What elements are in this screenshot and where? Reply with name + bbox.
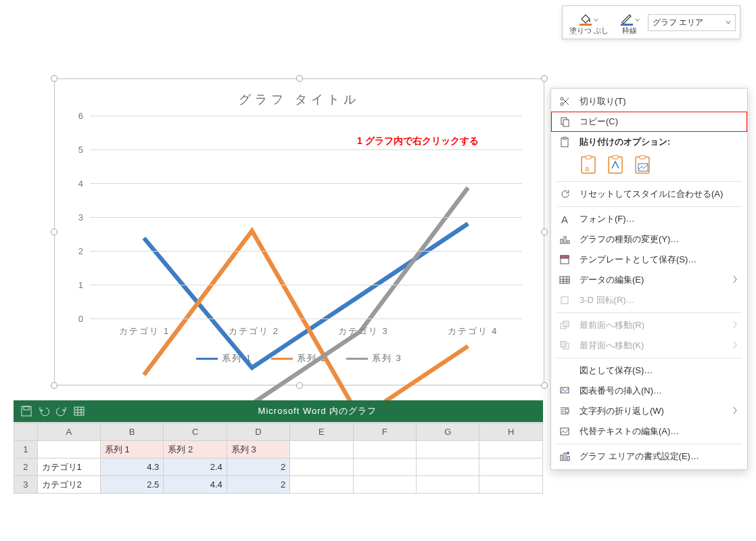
- save-icon[interactable]: [20, 405, 32, 417]
- y-axis-tick: 0: [71, 314, 83, 324]
- svg-rect-18: [561, 256, 569, 258]
- send-back-icon: [557, 340, 573, 351]
- alt-text-icon: [557, 426, 573, 437]
- data-sheet[interactable]: A B C D E F G H 1 系列 1 系列 2 系列 3 2 カテゴリ1…: [14, 422, 543, 494]
- pen-outline-icon: [620, 11, 634, 25]
- y-axis-tick: 5: [71, 145, 83, 155]
- svg-rect-14: [561, 239, 563, 243]
- col-header[interactable]: B: [100, 423, 163, 441]
- scissors-icon: [557, 96, 573, 107]
- table-row[interactable]: 3 カテゴリ2 2.5 4.4 2: [14, 476, 543, 494]
- chart-element-selector[interactable]: グラフ エリア: [648, 14, 736, 31]
- caption-icon: [557, 385, 573, 396]
- copy-icon: [557, 116, 573, 127]
- redo-icon[interactable]: [55, 405, 68, 417]
- table-row[interactable]: 2 カテゴリ1 4.3 2.4 2: [14, 458, 543, 476]
- font-icon: A: [557, 214, 573, 225]
- chart-plot-area[interactable]: 0123456: [71, 116, 527, 319]
- svg-rect-15: [564, 237, 566, 243]
- menu-format-chart-area[interactable]: グラフ エリアの書式設定(E)…: [551, 446, 747, 467]
- mini-format-toolbar: 塗りつ ぶし 枠線 グラフ エリア: [562, 5, 740, 39]
- menu-font[interactable]: A フォント(F)…: [551, 209, 747, 229]
- col-header[interactable]: C: [164, 423, 227, 441]
- svg-rect-35: [74, 407, 84, 415]
- selection-handle[interactable]: [51, 75, 57, 82]
- chart-context-menu: 切り取り(T) コピー(C) 貼り付けのオプション: a リセットしてスタイルに…: [550, 88, 748, 470]
- paste-use-destination-icon[interactable]: [607, 155, 625, 175]
- clipboard-icon: [557, 137, 573, 147]
- svg-point-0: [561, 103, 563, 105]
- selection-handle[interactable]: [541, 229, 548, 235]
- svg-rect-7: [586, 156, 591, 159]
- x-axis-category: カテゴリ 3: [309, 325, 419, 337]
- svg-text:a: a: [585, 164, 590, 172]
- selection-handle[interactable]: [541, 382, 548, 389]
- chart-category-axis: カテゴリ 1カテゴリ 2カテゴリ 3カテゴリ 4: [90, 325, 527, 337]
- menu-bring-to-front: 最前面へ移動(R): [551, 315, 747, 335]
- chart-type-icon: [557, 234, 573, 245]
- selection-handle[interactable]: [296, 75, 303, 82]
- shape-fill-button[interactable]: 塗りつ ぶし: [567, 9, 611, 36]
- svg-rect-34: [24, 406, 29, 410]
- chevron-right-icon: [732, 406, 740, 417]
- menu-reset-style[interactable]: リセットしてスタイルに合わせる(A): [551, 184, 747, 204]
- svg-rect-28: [561, 428, 569, 435]
- svg-rect-9: [609, 157, 622, 173]
- table-icon[interactable]: [73, 405, 85, 417]
- y-axis-tick: 3: [71, 212, 83, 222]
- selection-handle[interactable]: [541, 75, 548, 82]
- y-axis-tick: 4: [71, 179, 83, 189]
- x-axis-category: カテゴリ 2: [199, 325, 309, 337]
- col-header[interactable]: F: [353, 423, 416, 441]
- menu-send-to-back: 最背面へ移動(K): [551, 335, 747, 356]
- selection-handle[interactable]: [51, 382, 57, 389]
- menu-cut[interactable]: 切り取り(T): [551, 91, 747, 112]
- svg-rect-16: [567, 241, 569, 243]
- chevron-right-icon: [732, 321, 740, 331]
- svg-rect-12: [640, 156, 645, 159]
- menu-3d-rotation: 3-D 回転(R)…: [551, 290, 747, 310]
- col-header[interactable]: G: [417, 423, 479, 441]
- excel-window-title: Microsoft Word 内のグラフ: [92, 405, 543, 417]
- svg-rect-20: [561, 297, 568, 304]
- menu-save-template[interactable]: テンプレートとして保存(S)…: [551, 250, 747, 270]
- menu-copy[interactable]: コピー(C): [551, 112, 747, 132]
- menu-text-wrapping[interactable]: 文字列の折り返し(W): [551, 401, 747, 421]
- menu-change-chart-type[interactable]: グラフの種類の変更(Y)…: [551, 229, 747, 250]
- menu-edit-data[interactable]: データの編集(E): [551, 270, 747, 290]
- svg-rect-3: [563, 120, 569, 126]
- bring-front-icon: [557, 320, 573, 331]
- paste-options-row: a: [551, 152, 747, 179]
- data-grid-icon: [557, 275, 573, 285]
- undo-icon[interactable]: [38, 405, 50, 417]
- menu-edit-alt-text[interactable]: 代替テキストの編集(A)…: [551, 421, 747, 442]
- chart-element-selector-value: グラフ エリア: [653, 17, 703, 28]
- reset-icon: [557, 189, 573, 199]
- col-header[interactable]: A: [37, 423, 100, 441]
- y-axis-tick: 6: [71, 111, 83, 121]
- selection-handle[interactable]: [51, 229, 57, 235]
- select-all-corner[interactable]: [14, 423, 38, 441]
- menu-insert-caption[interactable]: 図表番号の挿入(N)…: [551, 381, 747, 401]
- template-icon: [557, 254, 573, 265]
- chart-object[interactable]: グラフ タイトル 0123456 カテゴリ 1カテゴリ 2カテゴリ 3カテゴリ …: [54, 78, 544, 385]
- format-area-icon: [557, 451, 573, 462]
- table-header-row: A B C D E F G H: [14, 423, 543, 441]
- fill-label: 塗りつ ぶし: [569, 26, 609, 34]
- svg-rect-31: [567, 456, 569, 461]
- chevron-down-icon: [726, 18, 731, 27]
- menu-save-as-picture[interactable]: 図として保存(S)…: [551, 360, 747, 381]
- svg-point-32: [567, 452, 569, 454]
- svg-rect-24: [561, 342, 566, 347]
- col-header[interactable]: D: [227, 423, 289, 441]
- table-row[interactable]: 1 系列 1 系列 2 系列 3: [14, 441, 543, 458]
- shape-outline-button[interactable]: 枠線: [614, 9, 645, 36]
- paint-bucket-icon: [579, 11, 592, 25]
- chart-title[interactable]: グラフ タイトル: [55, 79, 544, 112]
- col-header[interactable]: E: [290, 423, 353, 441]
- paste-as-picture-icon[interactable]: [634, 155, 653, 175]
- paste-keep-source-icon[interactable]: a: [580, 155, 598, 175]
- col-header[interactable]: H: [479, 423, 543, 441]
- svg-rect-5: [563, 137, 566, 139]
- chevron-down-icon: [635, 16, 640, 20]
